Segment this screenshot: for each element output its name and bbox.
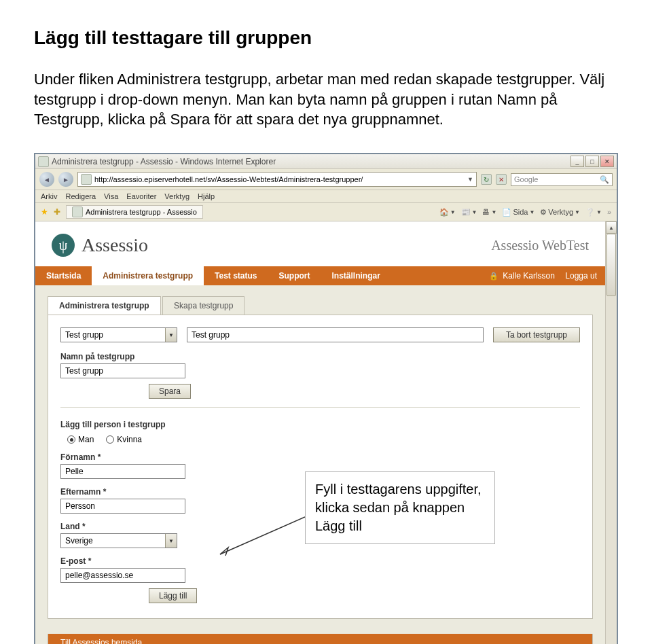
main-nav: Startsida Administrera testgrupp Test st… xyxy=(35,266,605,285)
tab-icon xyxy=(72,207,83,217)
help-icon[interactable]: ❔▼ xyxy=(585,208,602,217)
group-select[interactable]: Test grupp ▼ xyxy=(60,327,177,342)
email-field[interactable]: pelle@assessio.se xyxy=(60,568,185,583)
maximize-button[interactable]: □ xyxy=(585,156,599,167)
group-select-value: Test grupp xyxy=(61,330,165,340)
url-text: http://assessio.episerverhotell.net/sv/A… xyxy=(94,175,465,183)
add-favorite-icon[interactable]: ✚ xyxy=(54,207,60,217)
nav-installningar[interactable]: Inställningar xyxy=(321,266,391,285)
subtab-administrera[interactable]: Administrera testgrupp xyxy=(48,296,161,315)
close-button[interactable]: ✕ xyxy=(600,156,614,167)
window-title: Administrera testgrupp - Assessio - Wind… xyxy=(52,157,570,166)
save-button[interactable]: Spara xyxy=(149,384,191,399)
dropdown-icon[interactable]: ▼ xyxy=(467,176,473,183)
add-button[interactable]: Lägg till xyxy=(149,588,197,603)
callout-box: Fyll i testtagarens uppgifter, klicka se… xyxy=(305,471,495,544)
radio-man[interactable]: Man xyxy=(67,435,94,444)
feeds-icon[interactable]: 📰▼ xyxy=(461,208,477,217)
sub-tabs: Administrera testgrupp Skapa testgrupp xyxy=(35,285,605,315)
search-icon[interactable]: 🔍 xyxy=(600,175,609,184)
group-display-field: Test grupp xyxy=(187,327,484,342)
logo-icon: ψ xyxy=(52,234,75,257)
window-title-bar: Administrera testgrupp - Assessio - Wind… xyxy=(35,154,617,169)
menu-hjalp[interactable]: Hjälp xyxy=(198,192,215,200)
url-field[interactable]: http://assessio.episerverhotell.net/sv/A… xyxy=(77,172,477,187)
footer-home-link[interactable]: Till Assessios hemsida xyxy=(60,638,142,644)
lock-icon: 🔒 xyxy=(489,272,499,281)
form-panel: Test grupp ▼ Test grupp Ta bort testgrup… xyxy=(48,315,593,619)
menu-arkiv[interactable]: Arkiv xyxy=(41,192,57,200)
favorites-star-icon[interactable]: ★ xyxy=(41,207,48,217)
user-name: Kalle Karlsson xyxy=(503,271,555,281)
radio-icon xyxy=(106,435,114,444)
remove-group-button[interactable]: Ta bort testgrupp xyxy=(493,327,580,342)
nav-teststatus[interactable]: Test status xyxy=(204,266,268,285)
nav-support[interactable]: Support xyxy=(268,266,321,285)
footer-link-bar: Till Assessios hemsida xyxy=(48,634,593,644)
country-value: Sverige xyxy=(61,536,165,545)
page-title: Lägg till testtagare till gruppen xyxy=(34,27,618,49)
logout-link[interactable]: Logga ut xyxy=(565,271,597,281)
scroll-up-icon[interactable]: ▲ xyxy=(606,221,617,234)
home-icon[interactable]: 🏠▼ xyxy=(439,208,456,217)
back-button[interactable]: ◄ xyxy=(39,172,54,187)
forward-button[interactable]: ► xyxy=(58,172,73,187)
group-name-label: Namn på testgrupp xyxy=(60,352,580,361)
address-bar: ◄ ► http://assessio.episerverhotell.net/… xyxy=(35,169,617,190)
callout-arrow xyxy=(213,514,308,561)
chevron-down-icon[interactable]: ▼ xyxy=(165,328,177,342)
lastname-field[interactable]: Persson xyxy=(60,499,185,514)
refresh-icon[interactable]: ↻ xyxy=(481,174,492,185)
browser-tab[interactable]: Administrera testgrupp - Assessio xyxy=(66,205,203,219)
firstname-field[interactable]: Pelle xyxy=(60,464,185,479)
callout-text: Fyll i testtagarens uppgifter, klicka se… xyxy=(315,482,482,533)
brand-name: Assessio xyxy=(82,234,148,256)
tools-menu[interactable]: ⚙ Verktyg▼ xyxy=(540,208,580,217)
minimize-button[interactable]: _ xyxy=(570,156,584,167)
intro-paragraph: Under fliken Administrera testgrupp, arb… xyxy=(34,69,618,130)
product-name: Assessio WebTest xyxy=(491,238,589,253)
nav-startsida[interactable]: Startsida xyxy=(35,266,92,285)
menu-verktyg[interactable]: Verktyg xyxy=(164,192,189,200)
group-name-field[interactable]: Test grupp xyxy=(60,363,185,378)
menu-redigera[interactable]: Redigera xyxy=(65,192,96,200)
nav-administrera[interactable]: Administrera testgrupp xyxy=(92,266,204,285)
brand-header: ψ Assessio Assessio WebTest xyxy=(35,221,605,266)
svg-line-0 xyxy=(220,517,305,554)
menu-bar: Arkiv Redigera Visa Eavoriter Verktyg Hj… xyxy=(35,190,617,203)
menu-favoriter[interactable]: Eavoriter xyxy=(126,192,156,200)
chevron-down-icon[interactable]: ▼ xyxy=(165,534,177,548)
tab-title: Administrera testgrupp - Assessio xyxy=(86,208,197,216)
scroll-thumb[interactable] xyxy=(606,234,616,296)
vertical-scrollbar[interactable]: ▲ ▼ xyxy=(605,221,617,644)
email-label: E-post * xyxy=(60,556,580,566)
subtab-skapa[interactable]: Skapa testgrupp xyxy=(162,296,244,315)
stop-icon[interactable]: ✕ xyxy=(496,174,507,185)
country-select[interactable]: Sverige ▼ xyxy=(60,533,177,548)
print-icon[interactable]: 🖶▼ xyxy=(482,208,496,216)
page-menu[interactable]: 📄 Sida▼ xyxy=(502,208,535,217)
add-person-heading: Lägg till person i testgrupp xyxy=(60,420,580,429)
menu-visa[interactable]: Visa xyxy=(104,192,118,200)
radio-icon xyxy=(67,435,75,444)
browser-window: Administrera testgrupp - Assessio - Wind… xyxy=(34,153,618,644)
page-icon xyxy=(81,174,92,185)
favorites-bar: ★ ✚ Administrera testgrupp - Assessio 🏠▼… xyxy=(35,203,617,221)
radio-kvinna[interactable]: Kvinna xyxy=(106,435,142,444)
ie-icon xyxy=(38,156,49,167)
firstname-label: Förnamn * xyxy=(60,452,580,462)
search-box[interactable]: Google 🔍 xyxy=(511,173,613,186)
search-text: Google xyxy=(514,175,597,183)
